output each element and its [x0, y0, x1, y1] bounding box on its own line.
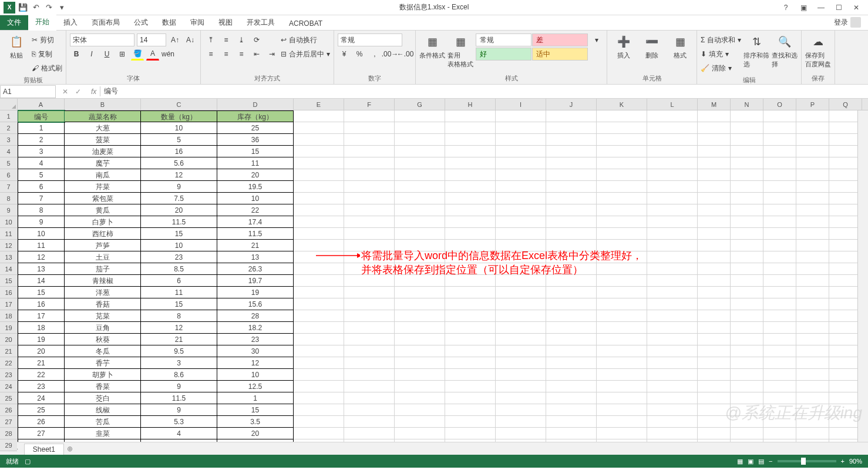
cell[interactable] — [731, 439, 763, 442]
row-header[interactable]: 28 — [0, 428, 17, 439]
cell[interactable] — [597, 228, 647, 240]
cell[interactable] — [445, 216, 496, 228]
cell[interactable] — [597, 287, 647, 298]
row-header[interactable]: 29 — [0, 439, 17, 451]
col-header[interactable]: F — [344, 99, 395, 110]
cell[interactable] — [344, 193, 395, 204]
cell[interactable] — [763, 322, 796, 334]
cell[interactable] — [698, 439, 731, 442]
cell[interactable]: 28 — [18, 439, 65, 442]
cell[interactable] — [344, 122, 395, 134]
cell[interactable] — [395, 287, 445, 298]
row-header[interactable]: 5 — [0, 157, 17, 169]
cell[interactable] — [597, 428, 647, 439]
cell[interactable] — [763, 134, 796, 146]
cell[interactable] — [796, 263, 829, 275]
cell[interactable] — [344, 439, 395, 442]
cell[interactable]: 21 — [18, 357, 65, 369]
zoom-slider[interactable] — [778, 460, 836, 462]
cell[interactable] — [698, 428, 731, 439]
cell[interactable] — [698, 157, 731, 169]
cell[interactable] — [445, 193, 496, 204]
row-header[interactable]: 12 — [0, 240, 17, 251]
autosum-button[interactable]: Σ 自动求和▾ — [701, 33, 741, 46]
cell[interactable]: 13 — [18, 263, 65, 275]
cell[interactable]: 香菜 — [65, 381, 141, 392]
cell[interactable] — [445, 381, 496, 392]
col-header[interactable]: H — [445, 99, 496, 110]
minimize-icon[interactable]: — — [815, 4, 827, 12]
cell[interactable] — [731, 251, 763, 263]
cell[interactable]: 5.6 — [141, 157, 217, 169]
cell[interactable] — [647, 416, 698, 428]
font-size-dropdown[interactable]: 14 — [137, 33, 166, 46]
cell[interactable] — [597, 334, 647, 345]
cell[interactable] — [763, 287, 796, 298]
tab-view[interactable]: 视图 — [211, 15, 240, 30]
cell[interactable]: 芹菜 — [65, 181, 141, 193]
cell[interactable] — [597, 404, 647, 416]
cell[interactable] — [763, 181, 796, 193]
cell[interactable] — [763, 275, 796, 287]
cell[interactable] — [763, 263, 796, 275]
cell[interactable] — [796, 134, 829, 146]
cond-format-button[interactable]: ▦条件格式 — [419, 33, 445, 69]
cell[interactable]: 10 — [141, 240, 217, 251]
cell[interactable] — [344, 404, 395, 416]
fill-color-button[interactable]: 🪣 — [131, 48, 144, 61]
cell[interactable] — [796, 146, 829, 157]
macro-rec-icon[interactable]: ▢ — [25, 458, 31, 465]
cell[interactable]: 15 — [217, 404, 294, 416]
cell[interactable] — [796, 322, 829, 334]
cell[interactable]: 18.2 — [217, 322, 294, 334]
cell[interactable]: 茭白 — [65, 392, 141, 404]
cancel-fx-icon[interactable]: ✕ — [59, 88, 71, 96]
cell[interactable] — [796, 345, 829, 357]
align-center-icon[interactable]: ≡ — [220, 48, 233, 61]
cell[interactable] — [731, 322, 763, 334]
cell[interactable] — [763, 216, 796, 228]
col-header[interactable]: I — [496, 99, 546, 110]
vertical-scrollbar[interactable] — [857, 110, 868, 442]
cell[interactable] — [496, 439, 546, 442]
cell[interactable] — [344, 298, 395, 310]
cell[interactable]: 7 — [18, 193, 65, 204]
cell[interactable] — [698, 122, 731, 134]
cell[interactable] — [731, 381, 763, 392]
cell[interactable] — [344, 428, 395, 439]
merge-center-button[interactable]: ⊟合并后居中▾ — [281, 48, 330, 61]
cell[interactable]: 15 — [141, 298, 217, 310]
cell[interactable]: 12 — [141, 169, 217, 181]
cell[interactable] — [395, 216, 445, 228]
font-color-button[interactable]: A — [146, 48, 159, 61]
col-header[interactable]: A — [18, 99, 65, 110]
cell[interactable] — [647, 146, 698, 157]
cell[interactable] — [496, 334, 546, 345]
cell[interactable] — [445, 322, 496, 334]
cell[interactable]: 8.6 — [141, 369, 217, 381]
currency-icon[interactable]: ¥ — [338, 48, 351, 61]
cell[interactable]: 14 — [18, 275, 65, 287]
cell[interactable] — [395, 439, 445, 442]
cell[interactable]: 8.5 — [141, 263, 217, 275]
delete-cell-button[interactable]: ➖删除 — [639, 33, 665, 69]
cell[interactable] — [647, 298, 698, 310]
cell[interactable] — [731, 122, 763, 134]
cell[interactable] — [698, 381, 731, 392]
cell[interactable] — [445, 345, 496, 357]
cell[interactable] — [796, 439, 829, 442]
cell[interactable] — [445, 416, 496, 428]
cell[interactable] — [395, 369, 445, 381]
cell[interactable] — [546, 287, 597, 298]
cell[interactable] — [597, 345, 647, 357]
cell[interactable] — [597, 134, 647, 146]
underline-button[interactable]: U — [100, 48, 113, 61]
align-middle-icon[interactable]: ≡ — [220, 33, 233, 46]
cell[interactable]: 11 — [217, 157, 294, 169]
cell[interactable] — [445, 157, 496, 169]
cell[interactable]: 1 — [18, 122, 65, 134]
cell[interactable]: 19.5 — [217, 181, 294, 193]
cell[interactable] — [496, 287, 546, 298]
cell[interactable]: 黄瓜 — [65, 204, 141, 216]
cell[interactable] — [546, 428, 597, 439]
